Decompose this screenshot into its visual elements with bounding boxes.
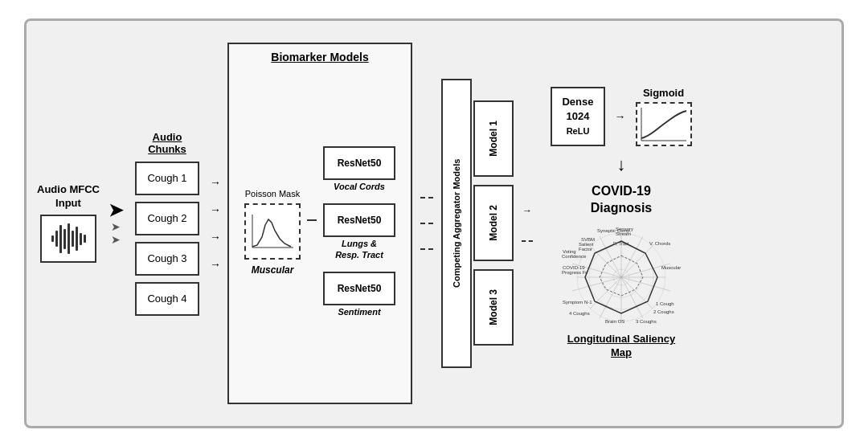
audio-label: Audio MFCC Input [37,183,100,211]
main-diagram: Audio MFCC Input ➤ ➤ ➤ Audio Chunks [24,18,844,428]
waveform-bar [51,235,54,242]
svg-text:4 Coughs: 4 Coughs [569,311,590,316]
cough-box-1: Cough 1 [135,162,199,195]
model-label-3: Model 3 [488,289,499,325]
poisson-box [244,203,301,260]
covid-diagnosis: COVID-19 Diagnosis [591,183,652,217]
dashed-arrow-1-icon [420,197,433,198]
biomarker-section: Biomarker Models Poisson Mask Muscular [227,43,412,404]
resnet-models: ResNet50 Vocal Cords ResNet50 Lungs &Res… [323,146,395,317]
dense-block: Dense 1024 ReLU [551,87,604,147]
model-dashed-arrow-icon [522,240,533,242]
sigmoid-curve-svg [640,106,688,142]
svg-text:Muscular: Muscular [661,265,681,270]
biomarker-title: Biomarker Models [271,51,368,63]
resnet-label-2: Lungs &Resp. Tract [335,239,383,260]
cough-arrow-1-icon: → [210,176,221,189]
small-arrow-2-icon: ➤ [111,234,121,245]
input-arrows: ➤ ➤ ➤ [108,202,123,245]
audio-input-section: Audio MFCC Input [36,183,100,264]
dashed-arrow-3-icon [420,248,433,250]
aggregator-wrapper: Competing Aggregator Models Model 1 Mode… [441,91,514,356]
svg-text:Confidence: Confidence [562,254,587,259]
big-arrow-icon: ➤ [108,202,123,219]
svg-text:V. Chords: V. Chords [649,241,670,246]
resnet-box-2: ResNet50 [323,203,395,237]
poisson-header: Poisson Mask [245,189,300,198]
dashed-arrow-2-icon [420,223,433,224]
svg-text:Brain OS: Brain OS [605,319,624,324]
poisson-curve-svg [251,213,295,249]
sigmoid-label: Sigmoid [643,87,684,99]
small-arrow-1-icon: ➤ [111,221,121,232]
svg-text:1 Cough: 1 Cough [656,301,674,306]
longitudinal-section: Sensory Stream V. Chords Muscular 1 Coug… [561,225,682,360]
svg-text:Synaptic Comp.: Synaptic Comp. [597,228,632,233]
cough-arrows: → → → → [210,119,221,328]
sigmoid-block: Sigmoid [636,87,692,146]
cough-boxes: Cough 1 Cough 2 Cough 3 Cough 4 [135,162,199,316]
longitudinal-label: Longitudinal Saliency Map [567,333,675,360]
resnet-label-3: Sentiment [338,307,380,317]
cough-arrow-2-icon: → [210,203,221,216]
biomarker-to-aggregator-arrows [420,99,433,348]
model-label-1: Model 1 [488,121,499,157]
cough-box-3: Cough 3 [135,242,199,276]
poisson-arrow-icon [307,219,317,221]
model-arrow-1-icon: → [522,205,532,216]
resnet-block-1: ResNet50 Vocal Cords [323,146,395,192]
svg-text:R. Tract: R. Tract [613,241,629,246]
model-boxes-section: Model 1 Model 2 Model 3 [473,100,514,346]
model-output-arrows: → [522,99,533,348]
dense-to-sigmoid-arrow-icon: → [615,110,626,123]
aggregator-label: Competing Aggregator Models [450,80,463,366]
audio-icon [40,215,96,263]
down-arrow-icon: ↓ [617,154,626,175]
svg-text:3 Coughs: 3 Coughs [636,319,657,324]
svg-text:Factor: Factor [579,247,592,252]
aggregator-section: Competing Aggregator Models [441,79,472,368]
model-box-2: Model 2 [473,185,514,261]
cough-box-2: Cough 2 [135,202,199,235]
right-section: Dense 1024 ReLU → Sigmoid ↓ COVID-19 [541,87,702,360]
audio-chunks-title: Audio Chunks [148,131,186,155]
poisson-block: Poisson Mask Muscular [244,189,301,276]
resnet-box-1: ResNet50 [323,146,395,180]
resnet-block-2: ResNet50 Lungs &Resp. Tract [323,203,395,260]
resnet-label-1: Vocal Cords [334,182,385,192]
svg-text:2 Coughs: 2 Coughs [653,309,674,314]
cough-arrow-4-icon: → [210,258,221,271]
muscular-label: Muscular [252,264,294,276]
resnet-box-3: ResNet50 [323,272,395,305]
resnet-block-3: ResNet50 Sentiment [323,272,395,317]
model-box-1: Model 1 [473,100,514,177]
biomarker-inner: Poisson Mask Muscular ResNet50 Vocal Cor… [244,68,395,396]
radar-chart-svg: Sensory Stream V. Chords Muscular 1 Coug… [561,225,682,329]
top-right: Dense 1024 ReLU → Sigmoid [551,87,691,147]
audio-chunks-section: Audio Chunks Cough 1 Cough 2 Cough 3 Cou… [131,131,203,316]
cough-box-4: Cough 4 [135,282,199,316]
waveform [51,223,86,255]
sigmoid-box [636,102,692,146]
model-label-2: Model 2 [488,205,499,241]
svg-text:Progress Fr.: Progress Fr. [562,270,588,275]
model-box-3: Model 3 [473,269,514,346]
cough-arrow-3-icon: → [210,231,221,243]
svg-text:Symptom N-1: Symptom N-1 [563,300,592,305]
